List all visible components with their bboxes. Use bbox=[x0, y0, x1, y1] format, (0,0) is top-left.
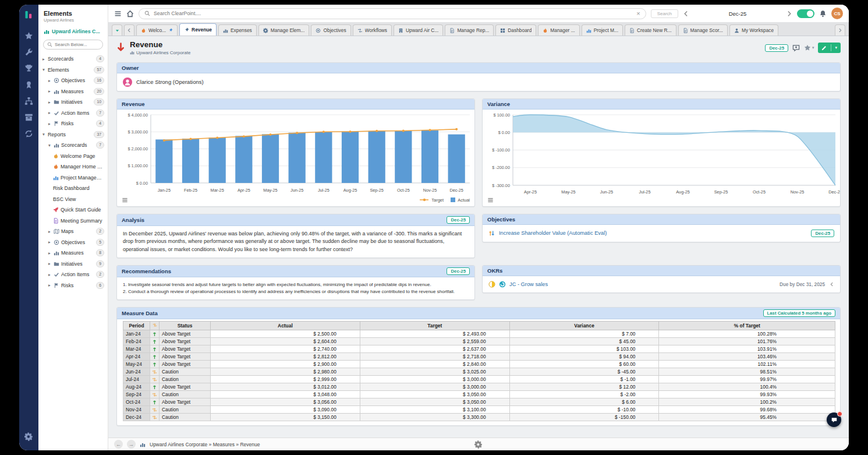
tabs-scroll-right-icon[interactable] bbox=[835, 24, 845, 36]
tab-manage-rep[interactable]: Manage Rep... bbox=[445, 24, 494, 36]
goals-trophy-icon[interactable] bbox=[24, 64, 33, 73]
tools-icon[interactable] bbox=[24, 48, 33, 57]
tab-objectives[interactable]: Objectives bbox=[311, 24, 350, 36]
caret-right-icon[interactable]: ▸ bbox=[47, 251, 52, 256]
measure-row-jun-24[interactable]: Jun-24Caution$ 2,980.00$ 3,025.00$ -45.0… bbox=[123, 368, 835, 376]
user-avatar[interactable]: CS bbox=[831, 8, 843, 19]
notifications-bell-icon[interactable] bbox=[819, 10, 827, 17]
tree-item-initiatives[interactable]: ▸Initiatives9 bbox=[38, 259, 108, 270]
measure-row-dec-24[interactable]: Dec-24Caution$ 3,150.00$ 3,300.00$ -150.… bbox=[123, 414, 835, 421]
tab-revenue[interactable]: Revenue bbox=[179, 23, 217, 36]
edit-button[interactable]: ▾ bbox=[818, 43, 841, 53]
sidebar-search-input[interactable] bbox=[55, 42, 99, 47]
tree-item-manager-home-page[interactable]: Manager Home Page bbox=[38, 161, 108, 172]
tabs-scroll-left-icon[interactable] bbox=[124, 24, 134, 36]
scorecard-home-link[interactable]: Upward Airlines C... bbox=[38, 24, 108, 36]
tree-item-initiatives[interactable]: ▸Initiatives10 bbox=[38, 97, 108, 108]
caret-down-icon[interactable]: ▾ bbox=[47, 143, 52, 148]
objective-link[interactable]: Increase Shareholder Value (Automatic Ev… bbox=[499, 230, 607, 236]
tree-item-risk-dashboard[interactable]: Risk Dashboard bbox=[38, 183, 108, 194]
tab-upward-air-c[interactable]: Upward Air C... bbox=[394, 24, 443, 36]
tree-item-objectives[interactable]: ▸Objectives16 bbox=[38, 75, 108, 86]
clear-search-icon[interactable]: × bbox=[636, 10, 640, 17]
tree-item-risks[interactable]: ▸Risks4 bbox=[38, 118, 108, 129]
tree-item-measures[interactable]: ▸Measures20 bbox=[38, 86, 108, 97]
tree-item-action-items[interactable]: ▸Action Items7 bbox=[38, 108, 108, 119]
caret-right-icon[interactable]: ▸ bbox=[41, 57, 46, 62]
add-comment-icon[interactable] bbox=[792, 44, 800, 52]
caret-right-icon[interactable]: ▸ bbox=[47, 239, 52, 245]
tab-welco[interactable]: Welco... bbox=[136, 24, 178, 36]
page-settings-icon[interactable] bbox=[474, 440, 483, 449]
tree-item-welcome-page[interactable]: Welcome Page bbox=[38, 151, 108, 162]
tree-item-maps[interactable]: ▸Maps2 bbox=[38, 226, 108, 237]
favorite-star-button[interactable]: ▾ bbox=[804, 44, 814, 51]
period-next-icon[interactable] bbox=[786, 10, 792, 17]
column-header-period[interactable]: Period bbox=[123, 322, 150, 330]
okr-prev-icon[interactable] bbox=[830, 282, 834, 287]
objective-item[interactable]: Increase Shareholder Value (Automatic Ev… bbox=[483, 225, 840, 242]
measure-row-feb-24[interactable]: Feb-24Above Target$ 2,604.00$ 2,559.00$ … bbox=[123, 338, 835, 345]
tree-item-reports[interactable]: ▾Reports37 bbox=[38, 129, 108, 140]
caret-right-icon[interactable]: ▸ bbox=[47, 229, 52, 234]
measure-row-may-24[interactable]: May-24Above Target$ 2,900.00$ 2,840.00$ … bbox=[123, 361, 835, 368]
tree-item-meeting-summary[interactable]: Meeting Summary bbox=[38, 216, 108, 227]
tree-item-measures[interactable]: ▸Measures8 bbox=[38, 248, 108, 259]
tab-expenses[interactable]: Expenses bbox=[218, 24, 257, 36]
org-sitemap-icon[interactable] bbox=[24, 97, 33, 105]
column-header-of-target[interactable]: % of Target bbox=[659, 322, 835, 330]
column-header-status[interactable]: Status bbox=[160, 322, 211, 330]
tab-workflows[interactable]: Workflows bbox=[353, 24, 392, 36]
tree-item-bsc-view[interactable]: BSC View bbox=[38, 194, 108, 205]
measure-row-jul-24[interactable]: Jul-24Caution$ 2,999.00$ 3,000.00$ -1.00… bbox=[123, 376, 835, 383]
mode-toggle[interactable] bbox=[797, 9, 814, 18]
chart-menu-icon[interactable] bbox=[487, 197, 494, 203]
caret-right-icon[interactable]: ▸ bbox=[47, 272, 52, 277]
measure-row-apr-24[interactable]: Apr-24Above Target$ 2,812.00$ 2,718.00$ … bbox=[123, 353, 835, 361]
column-header-target[interactable]: Target bbox=[360, 322, 509, 330]
measure-row-nov-24[interactable]: Nov-24Caution$ 3,090.00$ 3,100.00$ -10.0… bbox=[123, 406, 835, 414]
search-hint-button[interactable]: Search bbox=[651, 9, 678, 18]
tab-dashboard[interactable]: Dashboard bbox=[495, 24, 536, 36]
measure-row-oct-24[interactable]: Oct-24Above Target$ 3,056.00$ 3,050.00$ … bbox=[123, 398, 835, 406]
caret-right-icon[interactable]: ▸ bbox=[47, 110, 52, 115]
global-search-input[interactable] bbox=[154, 10, 633, 16]
tab-menu-caret[interactable] bbox=[112, 24, 122, 36]
measure-row-aug-24[interactable]: Aug-24Above Target$ 3,012.00$ 3,000.00$ … bbox=[123, 383, 835, 391]
okr-link[interactable]: JC - Grow sales bbox=[509, 281, 548, 287]
chat-widget-button[interactable] bbox=[827, 412, 841, 427]
achievements-medal-icon[interactable] bbox=[24, 80, 33, 89]
caret-right-icon[interactable]: ▸ bbox=[47, 283, 52, 288]
period-prev-icon[interactable] bbox=[683, 10, 689, 17]
measure-row-sep-24[interactable]: Sep-24Caution$ 3,048.00$ 3,050.00$ -2.00… bbox=[123, 391, 835, 398]
tree-item-risks[interactable]: ▸Risks6 bbox=[38, 280, 108, 291]
tree-item-action-items[interactable]: ▸Action Items2 bbox=[38, 269, 108, 280]
measure-row-jan-24[interactable]: Jan-24Above Target$ 2,500.00$ 2,493.00$ … bbox=[123, 330, 835, 338]
tab-project-m[interactable]: Project M... bbox=[582, 24, 623, 36]
tree-item-quick-start-guide[interactable]: Quick Start Guide bbox=[38, 204, 108, 216]
home-icon[interactable] bbox=[126, 10, 134, 17]
sync-icon[interactable] bbox=[24, 129, 33, 138]
tree-item-elements[interactable]: ▾Elements57 bbox=[38, 65, 108, 76]
global-search[interactable]: × bbox=[139, 8, 646, 19]
caret-right-icon[interactable]: ▸ bbox=[47, 100, 52, 105]
back-icon[interactable]: ← bbox=[114, 440, 123, 449]
sidebar-search[interactable] bbox=[43, 40, 103, 50]
tab-manager[interactable]: Manager ... bbox=[538, 24, 579, 36]
owner-row[interactable]: Clarice Strong (Operations) bbox=[117, 73, 840, 91]
forward-icon[interactable]: → bbox=[127, 440, 136, 449]
tree-item-project-management[interactable]: Project Management ... bbox=[38, 172, 108, 184]
column-header-actual[interactable]: Actual bbox=[211, 322, 360, 330]
breadcrumb[interactable]: Upward Airlines Corporate » Measures » R… bbox=[150, 442, 260, 447]
tab-manage-scor[interactable]: Manage Scor... bbox=[678, 24, 728, 36]
caret-down-icon[interactable]: ▾ bbox=[41, 132, 46, 137]
tree-item-scorecards[interactable]: ▸Scorecards4 bbox=[38, 54, 108, 65]
period-selector[interactable]: Dec-25 bbox=[694, 10, 781, 17]
tab-manage-elem[interactable]: Manage Elem... bbox=[258, 24, 310, 36]
measure-row-mar-24[interactable]: Mar-24Above Target$ 2,740.00$ 2,637.00$ … bbox=[123, 345, 835, 353]
caret-right-icon[interactable]: ▸ bbox=[47, 78, 52, 83]
caret-right-icon[interactable]: ▸ bbox=[47, 89, 52, 94]
tab-create-new-r[interactable]: Create New R... bbox=[625, 24, 676, 36]
menu-icon[interactable] bbox=[114, 10, 122, 17]
archive-box-icon[interactable] bbox=[24, 113, 33, 122]
